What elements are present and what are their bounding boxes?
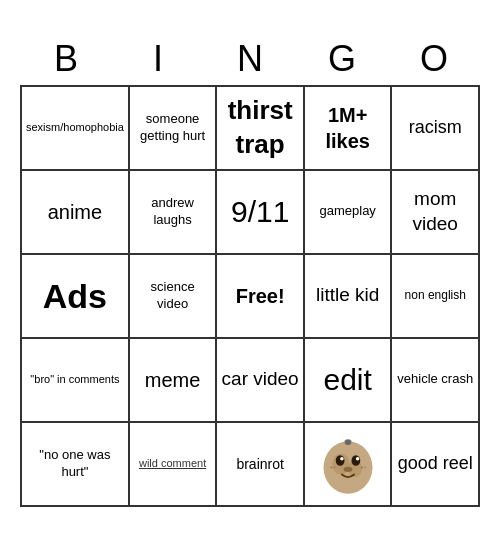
bingo-card: B I N G O sexism/homophobia someone gett… xyxy=(10,27,490,516)
cell-5-5: good reel xyxy=(392,423,480,507)
cell-5-1: "no one was hurt" xyxy=(22,423,130,507)
header-b: B xyxy=(20,37,112,80)
cell-1-4: 1M+ likes xyxy=(305,87,393,171)
svg-point-4 xyxy=(351,455,360,466)
cell-2-4: gameplay xyxy=(305,171,393,255)
cell-1-3: thirst trap xyxy=(217,87,305,171)
svg-point-9 xyxy=(345,439,350,444)
cell-5-2: wild comment xyxy=(130,423,218,507)
cell-2-1: anime xyxy=(22,171,130,255)
header-o: O xyxy=(388,37,480,80)
cell-2-5: mom video xyxy=(392,171,480,255)
cell-4-1: "bro" in comments xyxy=(22,339,130,423)
svg-point-7 xyxy=(343,466,352,471)
cell-2-2: andrew laughs xyxy=(130,171,218,255)
cell-4-5: vehicle crash xyxy=(392,339,480,423)
cell-5-4-image xyxy=(305,423,393,507)
header-g: G xyxy=(296,37,388,80)
header-i: I xyxy=(112,37,204,80)
cell-1-2: someone getting hurt xyxy=(130,87,218,171)
cell-1-1: sexism/homophobia xyxy=(22,87,130,171)
cell-2-3: 9/11 xyxy=(217,171,305,255)
bingo-header: B I N G O xyxy=(20,37,480,80)
header-n: N xyxy=(204,37,296,80)
svg-point-6 xyxy=(356,457,360,461)
cell-5-3: brainrot xyxy=(217,423,305,507)
cell-3-5: non english xyxy=(392,255,480,339)
cell-3-4: little kid xyxy=(305,255,393,339)
sackboy-icon xyxy=(313,429,383,499)
cell-1-5: racism xyxy=(392,87,480,171)
cell-4-3: car video xyxy=(217,339,305,423)
cell-4-2: meme xyxy=(130,339,218,423)
bingo-grid: sexism/homophobia someone getting hurt t… xyxy=(20,85,480,507)
cell-4-4: edit xyxy=(305,339,393,423)
svg-point-3 xyxy=(335,455,344,466)
cell-3-3-free: Free! xyxy=(217,255,305,339)
svg-point-5 xyxy=(340,457,344,461)
cell-3-2: science video xyxy=(130,255,218,339)
cell-3-1: Ads xyxy=(22,255,130,339)
